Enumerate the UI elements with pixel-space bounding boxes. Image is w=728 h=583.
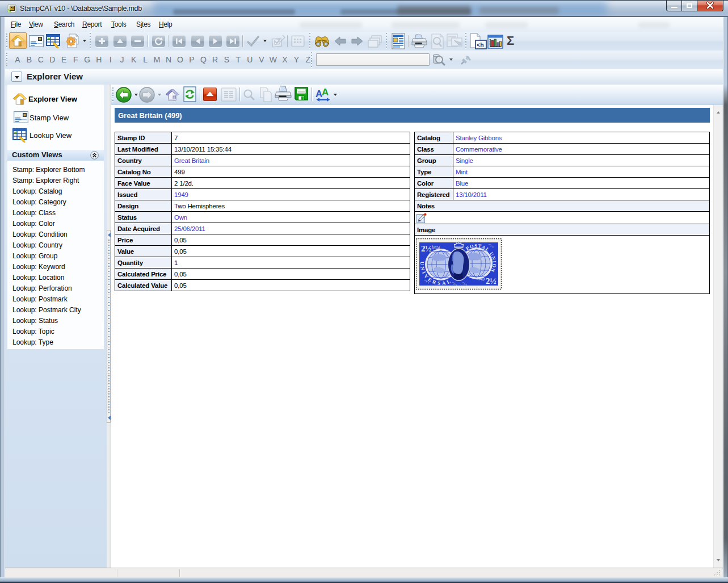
svg-text:2½: 2½ [486,276,496,286]
svg-text:A: A [322,87,329,98]
svg-text:2½: 2½ [421,244,431,253]
svg-text:<h: <h [477,41,484,48]
